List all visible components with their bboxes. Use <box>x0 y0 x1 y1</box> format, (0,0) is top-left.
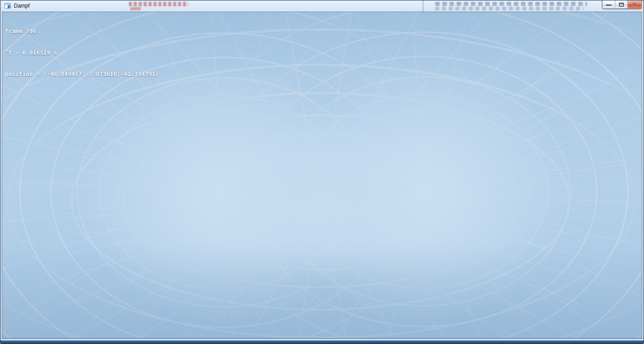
window-title: Dampf <box>14 3 30 9</box>
background-window-edge-artifact <box>423 0 424 12</box>
titlebar[interactable]: Dampf ✕ <box>0 0 644 12</box>
background-window-text-artifact <box>129 2 188 6</box>
background-window-text-artifact <box>130 7 141 10</box>
hud-frame-counter: frame 796 <box>5 28 159 35</box>
hud-delta-t: ^t = 0.016519 s <box>5 49 159 56</box>
app-icon <box>4 2 11 9</box>
close-button[interactable]: ✕ <box>627 0 641 8</box>
background-window-text-artifact <box>435 7 584 10</box>
window-bottom-border <box>0 339 644 344</box>
hud-position: position = (-46.849457|-2.073616|-41.394… <box>5 71 159 78</box>
background-window-text-artifact <box>435 2 587 6</box>
hud-overlay: frame 796 ^t = 0.016519 s position = (-4… <box>5 13 159 92</box>
minimize-icon <box>606 4 611 6</box>
maximize-icon <box>619 3 624 7</box>
window-controls: ✕ <box>602 0 642 9</box>
maximize-button[interactable] <box>615 0 627 8</box>
minimize-button[interactable] <box>602 0 615 8</box>
app-window: Dampf ✕ <box>0 0 644 344</box>
render-viewport[interactable]: frame 796 ^t = 0.016519 s position = (-4… <box>2 12 642 339</box>
close-icon: ✕ <box>632 2 637 8</box>
